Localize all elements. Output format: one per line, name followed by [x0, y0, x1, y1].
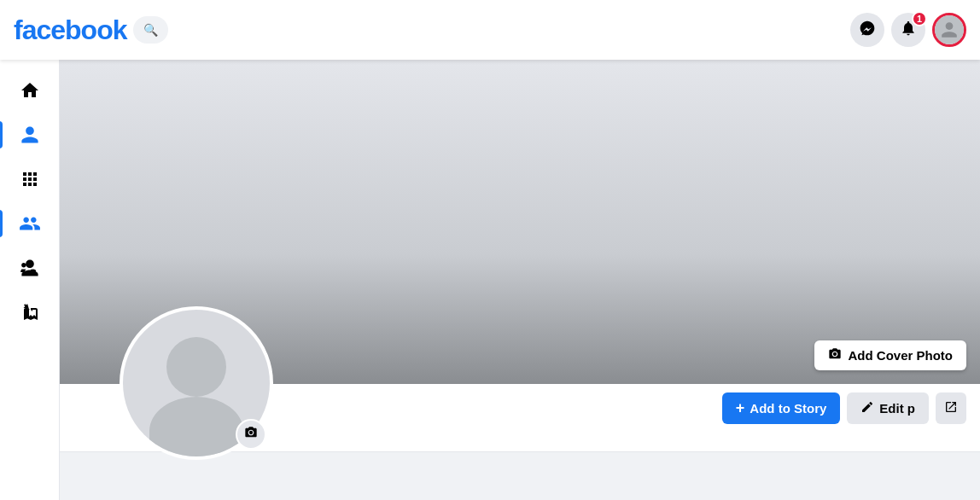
add-to-story-label: Add to Story	[750, 401, 826, 416]
profile-nav-avatar	[935, 15, 964, 44]
facebook-logo: facebook	[14, 15, 126, 46]
sidebar-item-groups[interactable]	[9, 247, 50, 288]
navbar-left: facebook 🔍	[14, 15, 168, 46]
add-cover-photo-button[interactable]: Add Cover Photo	[814, 340, 967, 370]
search-icon: 🔍	[143, 23, 158, 37]
sidebar-item-home[interactable]	[9, 70, 50, 111]
messenger-icon	[859, 20, 876, 41]
more-options-button[interactable]	[936, 392, 966, 424]
edit-profile-label: Edit p	[879, 401, 915, 416]
sidebar-item-friends[interactable]	[9, 203, 50, 244]
avatar-body	[149, 397, 243, 460]
messenger-button[interactable]	[850, 13, 884, 47]
profile-avatar-wrapper	[120, 306, 273, 460]
profile-nav-button[interactable]	[932, 13, 966, 47]
search-box[interactable]: 🔍	[133, 16, 168, 44]
add-to-story-button[interactable]: + Add to Story	[722, 392, 841, 424]
navbar: facebook 🔍 1	[0, 0, 980, 60]
avatar-head	[166, 337, 226, 397]
sidebar-item-profile[interactable]	[9, 114, 50, 155]
add-cover-label: Add Cover Photo	[849, 348, 954, 363]
profile-actions: + Add to Story Edit p	[722, 392, 966, 438]
camera-icon	[244, 426, 258, 443]
external-link-icon	[944, 402, 958, 416]
sidebar-item-apps[interactable]	[9, 159, 50, 200]
profile-section: + Add to Story Edit p	[60, 384, 980, 452]
plus-icon: +	[736, 399, 745, 417]
sidebar	[0, 60, 60, 500]
main-content: Add Cover Photo + A	[60, 60, 980, 452]
sidebar-item-saved[interactable]	[9, 292, 50, 333]
notifications-button[interactable]: 1	[891, 13, 925, 47]
change-profile-photo-button[interactable]	[236, 419, 266, 450]
pencil-icon	[860, 400, 874, 416]
edit-profile-button[interactable]: Edit p	[847, 392, 929, 424]
notification-badge: 1	[912, 11, 927, 26]
navbar-right: 1	[850, 13, 966, 47]
camera-cover-icon	[828, 347, 842, 363]
